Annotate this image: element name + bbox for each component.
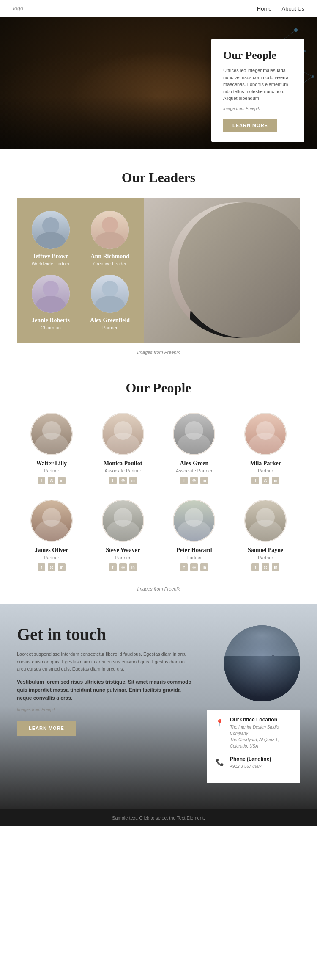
social-icons-peter: f ◎ in	[162, 563, 227, 571]
contact-image-credit: Images from Freepik	[17, 707, 194, 712]
person-avatar-samuel	[244, 500, 287, 542]
linkedin-icon-james[interactable]: in	[58, 563, 66, 571]
linkedin-icon-monica[interactable]: in	[129, 477, 137, 484]
contact-section: Get in touch Laoreet suspendisse interdu…	[0, 604, 317, 809]
person-card-steve: Steve Weaver Partner f ◎ in	[88, 495, 158, 578]
phone-number: +912 3 567 8987	[230, 763, 271, 770]
person-name-alexgreen: Alex Green	[162, 460, 227, 467]
person-avatar-img-alexgreen	[174, 414, 214, 454]
person-avatar-img-steve	[103, 500, 143, 541]
person-avatar-monica	[102, 413, 144, 455]
office-label: Our Office Location	[230, 717, 293, 723]
facebook-icon-mila[interactable]: f	[251, 477, 259, 484]
leader-card-ann: Ann Richmond Creative Leader	[85, 211, 135, 266]
instagram-icon-steve[interactable]: ◎	[119, 563, 127, 571]
facebook-icon-monica[interactable]: f	[109, 477, 117, 484]
leader-role-jennie: Chairman	[25, 325, 76, 330]
people-section: Our People Walter Lilly Partner f ◎ in M…	[0, 367, 317, 604]
svg-rect-11	[224, 625, 300, 701]
city-skyline-svg	[224, 625, 300, 701]
person-avatar-walter	[30, 413, 73, 455]
instagram-icon-walter[interactable]: ◎	[48, 477, 55, 484]
social-icons-samuel: f ◎ in	[233, 563, 298, 571]
location-icon: 📍	[214, 717, 226, 729]
leader-card-alexg: Alex Greenfield Partner	[85, 275, 135, 330]
contact-learn-more-button[interactable]: LEARN MORE	[17, 721, 76, 736]
svg-rect-24	[232, 670, 233, 671]
leader-avatar-jennie	[32, 275, 70, 313]
person-role-steve: Partner	[90, 555, 156, 560]
contact-phone-details: Phone (Landline) +912 3 567 8987	[230, 756, 271, 770]
office-line1: The Interior Design Studio Company	[230, 724, 293, 737]
logo: logo	[13, 5, 23, 12]
svg-rect-26	[251, 663, 252, 665]
facebook-icon-samuel[interactable]: f	[251, 563, 259, 571]
linkedin-icon-peter[interactable]: in	[200, 563, 208, 571]
person-avatar-james	[30, 500, 73, 542]
linkedin-icon-alexgreen[interactable]: in	[200, 477, 208, 484]
instagram-icon-mila[interactable]: ◎	[262, 477, 269, 484]
leaders-grid: Jeffrey Brown Worldwide Partner Ann Rich…	[17, 198, 300, 343]
svg-rect-21	[281, 668, 288, 701]
person-avatar-img-walter	[31, 414, 72, 454]
person-avatar-peter	[173, 500, 215, 542]
facebook-icon-peter[interactable]: f	[180, 563, 188, 571]
person-role-james: Partner	[19, 555, 84, 560]
person-avatar-img-james	[31, 500, 72, 541]
linkedin-icon-steve[interactable]: in	[129, 563, 137, 571]
leaders-right-panel	[144, 198, 300, 343]
facebook-icon-walter[interactable]: f	[38, 477, 45, 484]
social-icons-steve: f ◎ in	[90, 563, 156, 571]
contact-bold-text: Vestibulum lorem sed risus ultricies tri…	[17, 678, 194, 703]
social-icons-walter: f ◎ in	[19, 477, 84, 484]
person-role-peter: Partner	[162, 555, 227, 560]
hero-title: Our People	[223, 49, 292, 62]
person-avatar-img-samuel	[245, 500, 286, 541]
leader-role-alexg: Partner	[85, 325, 135, 330]
social-icons-mila: f ◎ in	[233, 477, 298, 484]
svg-rect-23	[229, 670, 230, 671]
linkedin-icon-mila[interactable]: in	[272, 477, 279, 484]
leaders-left-panel: Jeffrey Brown Worldwide Partner Ann Rich…	[17, 198, 144, 343]
nav-about-link[interactable]: About Us	[282, 6, 304, 12]
instagram-icon-alexgreen[interactable]: ◎	[190, 477, 198, 484]
person-avatar-img-peter	[174, 500, 214, 541]
person-avatar-steve	[102, 500, 144, 542]
person-role-alexgreen: Associate Partner	[162, 468, 227, 473]
social-icons-monica: f ◎ in	[90, 477, 156, 484]
svg-rect-25	[248, 663, 250, 665]
svg-rect-22	[290, 663, 298, 701]
phone-icon: 📞	[214, 756, 226, 768]
contact-description: Laoreet suspendisse interdum consectetur…	[17, 651, 194, 673]
svg-rect-29	[273, 661, 275, 663]
person-role-samuel: Partner	[233, 555, 298, 560]
instagram-icon-james[interactable]: ◎	[48, 563, 55, 571]
leader-role-ann: Creative Leader	[85, 261, 135, 266]
hero-learn-more-button[interactable]: LEARN MORE	[223, 119, 277, 132]
person-name-james: James Oliver	[19, 547, 84, 554]
svg-rect-13	[228, 668, 235, 701]
facebook-icon-steve[interactable]: f	[109, 563, 117, 571]
person-card-samuel: Samuel Payne Partner f ◎ in	[231, 495, 300, 578]
svg-rect-12	[224, 659, 300, 701]
facebook-icon-james[interactable]: f	[38, 563, 45, 571]
person-name-monica: Monica Pouliot	[90, 460, 156, 467]
facebook-icon-alexgreen[interactable]: f	[180, 477, 188, 484]
linkedin-icon-samuel[interactable]: in	[272, 563, 279, 571]
nav-home-link[interactable]: Home	[257, 6, 272, 12]
leader-avatar-jeffrey	[32, 211, 70, 249]
person-name-mila: Mila Parker	[233, 460, 298, 467]
person-avatar-alexgreen	[173, 413, 215, 455]
leader-card-jeffrey: Jeffrey Brown Worldwide Partner	[25, 211, 76, 266]
instagram-icon-samuel[interactable]: ◎	[262, 563, 269, 571]
linkedin-icon-walter[interactable]: in	[58, 477, 66, 484]
contact-office-item: 📍 Our Office Location The Interior Desig…	[214, 717, 293, 749]
leaders-person-image	[169, 202, 300, 338]
instagram-icon-monica[interactable]: ◎	[119, 477, 127, 484]
person-card-walter: Walter Lilly Partner f ◎ in	[17, 409, 86, 491]
instagram-icon-peter[interactable]: ◎	[190, 563, 198, 571]
person-card-monica: Monica Pouliot Associate Partner f ◎ in	[88, 409, 158, 491]
leader-avatar-ann	[91, 211, 129, 249]
navigation: logo Home About Us	[0, 0, 317, 17]
person-card-peter: Peter Howard Partner f ◎ in	[160, 495, 229, 578]
